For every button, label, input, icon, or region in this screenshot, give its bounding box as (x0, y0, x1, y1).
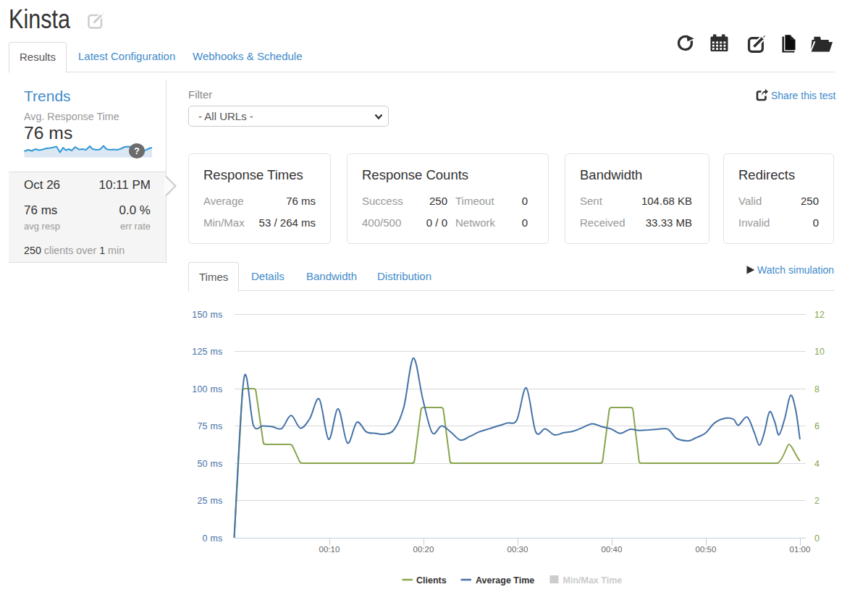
svg-text:01:00: 01:00 (790, 545, 811, 554)
svg-text:0 ms: 0 ms (203, 533, 223, 544)
svg-text:100 ms: 100 ms (192, 384, 222, 394)
svg-text:12: 12 (814, 310, 825, 320)
svg-text:Min/Max Time: Min/Max Time (563, 575, 623, 586)
svg-text:10: 10 (814, 347, 825, 357)
svg-text:25 ms: 25 ms (197, 496, 222, 506)
svg-text:00:20: 00:20 (413, 545, 434, 554)
svg-text:4: 4 (814, 459, 819, 469)
svg-text:00:30: 00:30 (507, 545, 528, 554)
svg-text:150 ms: 150 ms (192, 310, 222, 320)
svg-text:6: 6 (814, 421, 819, 431)
svg-text:50 ms: 50 ms (197, 459, 222, 469)
svg-text:2: 2 (814, 496, 819, 506)
svg-text:125 ms: 125 ms (192, 347, 222, 357)
svg-text:8: 8 (814, 384, 819, 394)
svg-text:75 ms: 75 ms (197, 421, 222, 431)
svg-text:00:40: 00:40 (602, 545, 623, 554)
svg-text:Clients: Clients (416, 575, 447, 586)
svg-text:00:50: 00:50 (696, 545, 717, 554)
svg-text:Average Time: Average Time (476, 575, 534, 586)
svg-text:0: 0 (814, 533, 819, 544)
svg-text:00:10: 00:10 (319, 545, 340, 554)
